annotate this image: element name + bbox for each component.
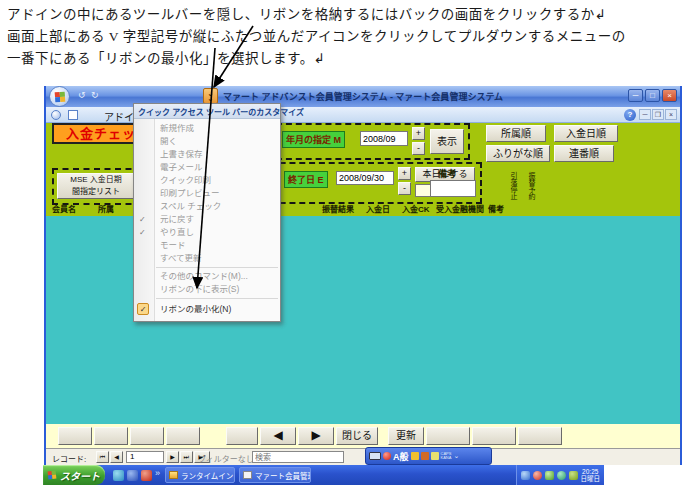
tray-icon-3[interactable] [545,471,554,480]
form-window-icon [68,110,78,120]
column-header: 入金日 [366,203,390,214]
period-input[interactable] [360,131,408,146]
chevron-down-icon: ⌄ [208,96,214,101]
menu-separator [156,298,278,299]
record-number-box[interactable]: 1 [126,451,164,463]
menu-item-minimize-ribbon[interactable]: ✓ リボンの最小化(N) [134,301,280,317]
menu-item-email[interactable]: 電子メール [134,161,280,174]
maximize-button[interactable]: □ [645,89,660,102]
qat-overflow-button[interactable]: ⌄ ⌄ [203,88,218,104]
vertical-column-label: 引落停止 [508,172,518,216]
taskbar-clock: 20:25 日曜日 [581,468,601,482]
previous-record-button[interactable]: ◀ [260,427,296,445]
next-record-nav-button[interactable]: ▶ [166,451,179,463]
tray-icon-2[interactable] [533,471,542,480]
mdi-close-button[interactable]: × [665,109,677,120]
check-icon: ✓ [139,226,146,239]
taskbar: スタート » ランタイムインストール済... マァート会員管理シス... 20:… [43,465,604,485]
footer-button-bar: ◀ ▶ 閉じる 更新 [46,424,680,448]
paragraph-line: 一番下にある「リボンの最小化」を選択します。↲ [7,48,683,70]
column-header: 入金CK [402,203,430,214]
menu-item-more-commands[interactable]: その他のコマンド(M)... [134,270,280,283]
blank-button[interactable] [472,427,516,445]
quick-launch-shield-icon[interactable] [127,470,138,481]
tray-icon-4[interactable] [557,471,566,480]
close-button[interactable]: × [662,89,677,102]
sort-affiliation-button[interactable]: 所属順 [486,125,546,142]
undo-icon[interactable]: ↺ [78,90,86,100]
menu-item-mode[interactable]: モード [134,239,280,252]
tray-icon-5[interactable] [569,471,578,480]
menu-item-new[interactable]: 新規作成 [134,122,280,135]
period-minus-button[interactable]: - [412,142,425,155]
last-record-button[interactable]: ⏭ [180,451,193,463]
blank-button[interactable] [130,427,164,445]
column-header: 受入金融機関 [436,203,484,214]
first-record-button[interactable]: ⏮ [96,451,109,463]
office-button[interactable] [49,86,70,107]
small-office-icon [51,110,61,120]
column-header: 備考 [488,203,504,214]
update-button[interactable]: 更新 [388,427,424,445]
keyboard-icon[interactable] [369,452,381,460]
window-title: マァート アドバンスト会員管理システム - マァート会員管理システム [46,90,680,103]
kana-label: KANA [441,456,452,460]
clock-time: 20:25 [581,468,601,475]
period-plus-button[interactable]: + [412,127,425,140]
sort-payment-date-button[interactable]: 入金日順 [554,125,618,142]
end-date-plus-button[interactable]: + [398,167,411,180]
taskbar-task-maat-system[interactable]: マァート会員管理シス... [239,467,311,483]
paragraph-line: 画面上部にある V 字型記号が縦にふたつ並んだアイコンをクリックしてプルダウンす… [7,26,683,48]
blank-button[interactable] [426,427,470,445]
mse-list-groupbox: MSE 入金日期 間指定リスト [52,168,142,205]
menu-item-open[interactable]: 開く [134,135,280,148]
sort-furigana-button[interactable]: ふりがな順 [486,145,550,162]
menu-item-quick-print[interactable]: クイック印刷 [134,174,280,187]
quick-launch-app-icon[interactable] [141,470,152,481]
menu-item-undo[interactable]: ✓元に戻す [134,213,280,226]
ime-mode-label[interactable]: A般 [393,450,409,463]
blank-button[interactable] [166,427,200,445]
redo-icon[interactable]: ↻ [91,90,99,100]
ime-pad-icon[interactable] [421,452,429,460]
help-icon[interactable]: ? [624,109,636,121]
display-button[interactable]: 表示 [430,129,464,154]
period-groupbox: 年月の指定 M + - 表示 [276,123,470,160]
menu-item-print-preview[interactable]: 印刷プレビュー [134,187,280,200]
mse-button-line: 間指定リスト [58,186,134,198]
menu-separator [156,267,278,268]
search-input[interactable] [252,451,344,463]
next-record-button[interactable]: ▶ [298,427,334,445]
quick-launch-browser-icon[interactable] [113,470,124,481]
sort-serial-button[interactable]: 連番順 [554,145,614,162]
blank-button[interactable] [518,427,562,445]
memo-input[interactable] [430,180,476,197]
menu-item-save[interactable]: 上書き保存 [134,148,280,161]
blank-button[interactable] [58,427,92,445]
ime-language-bar: A般 CAPS KANA ⌄ [365,447,492,465]
minimize-button[interactable]: － [628,89,643,102]
prev-record-button[interactable]: ◀ [110,451,123,463]
menu-item-show-below-ribbon[interactable]: リボンの下に表示(S) [134,283,280,296]
end-date-input[interactable] [336,171,394,185]
menu-item-redo[interactable]: ✓やり直し [134,226,280,239]
mdi-minimize-button[interactable]: － [639,109,651,120]
taskbar-task-runtime[interactable]: ランタイムインストール済... [165,467,235,483]
ime-options-icon[interactable]: ⌄ [453,452,459,460]
end-date-minus-button[interactable]: - [398,182,411,195]
start-button[interactable]: スタート [43,465,105,485]
blank-button[interactable] [94,427,128,445]
blank-button[interactable] [226,427,258,445]
quick-launch-overflow-icon[interactable]: » [155,468,160,478]
close-form-button[interactable]: 閉じる [336,427,378,445]
menu-item-spelling[interactable]: スペル チェック [134,200,280,213]
column-header: 所属 [98,203,114,214]
ime-status-icon[interactable] [383,452,391,460]
ime-tools-icon[interactable] [411,452,419,460]
menu-item-refresh-all[interactable]: すべて更新 [134,252,280,265]
mse-list-button[interactable]: MSE 入金日期 間指定リスト [57,173,135,199]
mdi-restore-button[interactable]: ❐ [652,109,664,120]
record-label: レコード: [52,453,86,464]
tray-icon-1[interactable] [521,471,530,480]
ime-dictionary-icon[interactable] [431,452,439,460]
